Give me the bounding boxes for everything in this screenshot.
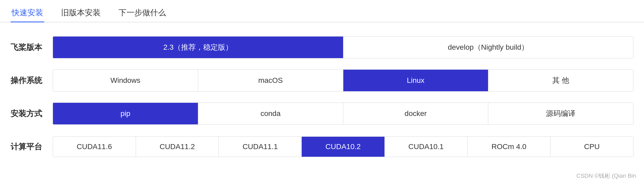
platform-option-rocm40[interactable]: ROCm 4.0	[468, 137, 551, 157]
os-option-macos[interactable]: macOS	[198, 70, 343, 91]
install-option-conda[interactable]: conda	[198, 103, 343, 124]
tab-next-steps[interactable]: 下一步做什么	[118, 5, 167, 22]
platform-label: 计算平台	[11, 141, 53, 152]
version-option-develop[interactable]: develop（Nightly build）	[343, 37, 633, 58]
tab-quick-install[interactable]: 快速安装	[11, 5, 44, 22]
os-option-windows[interactable]: Windows	[53, 70, 198, 91]
install-row: 安装方式 pip conda docker 源码编译	[11, 102, 633, 125]
os-option-other[interactable]: 其 他	[488, 70, 633, 91]
os-row: 操作系统 Windows macOS Linux 其 他	[11, 69, 633, 92]
tab-legacy-install[interactable]: 旧版本安装	[60, 5, 102, 22]
os-option-linux[interactable]: Linux	[343, 70, 489, 91]
platform-option-cuda102[interactable]: CUDA10.2	[302, 137, 385, 157]
version-options: 2.3（推荐，稳定版） develop（Nightly build）	[53, 36, 633, 58]
install-option-pip[interactable]: pip	[53, 103, 198, 124]
platform-options: CUDA11.6 CUDA11.2 CUDA11.1 CUDA10.2 CUDA…	[53, 136, 633, 157]
install-label: 安装方式	[11, 108, 53, 119]
footer-text: CSDN ©钱彬 (Qian Bin	[577, 172, 636, 179]
page-wrapper: 快速安装 旧版本安装 下一步做什么 飞桨版本 2.3（推荐，稳定版） devel…	[0, 0, 644, 179]
os-options: Windows macOS Linux 其 他	[53, 69, 633, 92]
version-label: 飞桨版本	[11, 42, 53, 53]
platform-row: 计算平台 CUDA11.6 CUDA11.2 CUDA11.1 CUDA10.2…	[11, 135, 633, 159]
platform-option-cuda116[interactable]: CUDA11.6	[53, 137, 136, 157]
platform-option-cuda111[interactable]: CUDA11.1	[219, 137, 302, 157]
os-label: 操作系统	[11, 75, 53, 86]
main-content: 飞桨版本 2.3（推荐，稳定版） develop（Nightly build） …	[0, 22, 644, 179]
version-option-v23[interactable]: 2.3（推荐，稳定版）	[53, 37, 343, 58]
install-option-source[interactable]: 源码编译	[488, 103, 633, 124]
tabs-row: 快速安装 旧版本安装 下一步做什么	[0, 0, 644, 22]
install-option-docker[interactable]: docker	[343, 103, 489, 124]
platform-option-cuda101[interactable]: CUDA10.1	[385, 137, 468, 157]
platform-option-cpu[interactable]: CPU	[550, 137, 633, 157]
platform-option-cuda112[interactable]: CUDA11.2	[136, 137, 219, 157]
footer: CSDN ©钱彬 (Qian Bin	[577, 172, 636, 180]
install-options: pip conda docker 源码编译	[53, 103, 633, 125]
version-row: 飞桨版本 2.3（推荐，稳定版） develop（Nightly build）	[11, 35, 633, 59]
